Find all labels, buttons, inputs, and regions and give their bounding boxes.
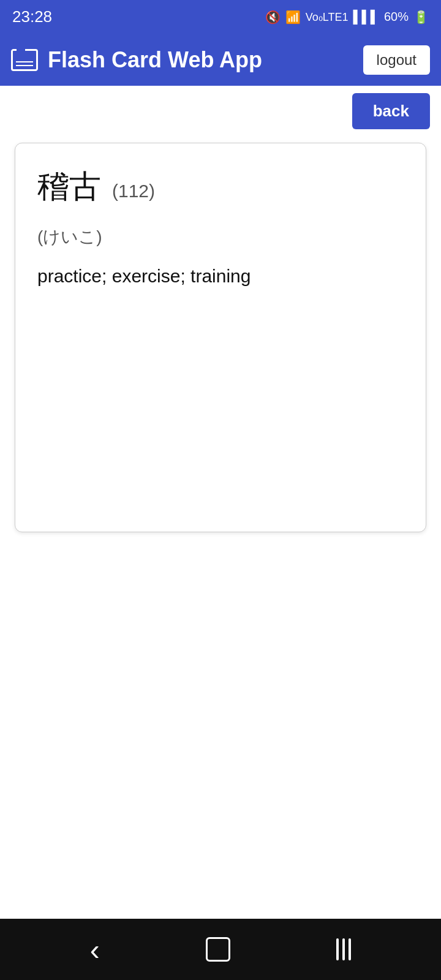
battery-icon: 🔋	[413, 10, 429, 24]
nav-recent-icon[interactable]	[336, 938, 351, 960]
flash-card: 稽古 (112) (けいこ) practice; exercise; train…	[15, 143, 426, 532]
main-content: 稽古 (112) (けいこ) practice; exercise; train…	[0, 137, 441, 731]
nav-home-icon[interactable]	[206, 937, 230, 962]
lte-icon: Vo₀LTE1	[306, 10, 349, 24]
app-title: Flash Card Web App	[48, 47, 262, 73]
card-header: 稽古 (112)	[37, 165, 404, 208]
card-meaning: practice; exercise; training	[37, 266, 404, 287]
mute-icon: 🔇	[265, 10, 281, 24]
signal-icon: ▌▌▌	[353, 10, 379, 24]
logout-button[interactable]: logout	[363, 45, 430, 75]
recent-line-3	[349, 938, 351, 960]
card-number: (112)	[112, 181, 155, 202]
app-title-area: Flash Card Web App	[11, 47, 262, 73]
wifi-icon: 📶	[285, 10, 301, 24]
bottom-space	[0, 731, 441, 919]
card-kanji: 稽古	[37, 165, 101, 208]
back-button[interactable]: back	[352, 93, 430, 129]
status-icons: 🔇 📶 Vo₀LTE1 ▌▌▌ 60% 🔋	[265, 10, 429, 24]
folder-icon	[11, 49, 38, 71]
app-header: Flash Card Web App logout	[0, 34, 441, 86]
back-row: back	[0, 86, 441, 137]
status-time: 23:28	[12, 7, 52, 26]
card-reading: (けいこ)	[37, 225, 404, 249]
recent-line-2	[342, 938, 345, 960]
nav-bar	[0, 919, 441, 980]
battery-text: 60%	[384, 10, 409, 24]
status-bar: 23:28 🔇 📶 Vo₀LTE1 ▌▌▌ 60% 🔋	[0, 0, 441, 34]
recent-line-1	[336, 938, 339, 960]
nav-back-icon[interactable]	[90, 933, 100, 967]
